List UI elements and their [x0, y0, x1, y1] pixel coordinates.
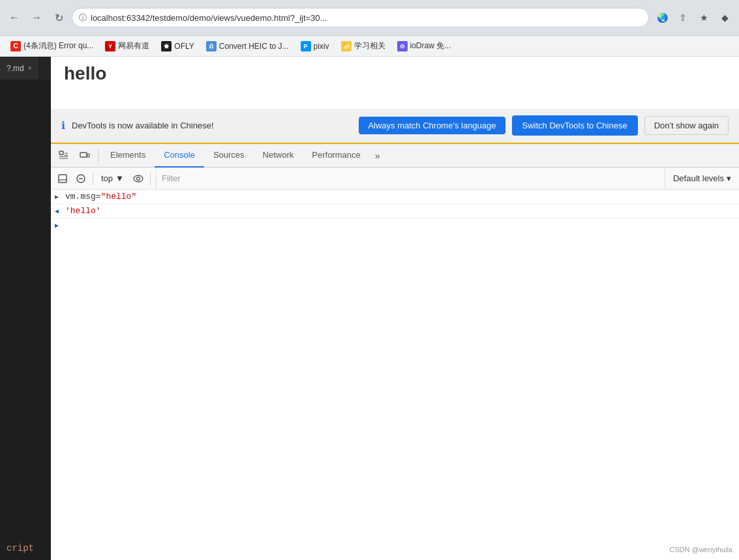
browser-chrome: ← → ↻ ⓘ localhost:63342/testdemo/demo/vi… — [0, 0, 739, 36]
svg-rect-0 — [59, 151, 63, 155]
bookmark-iodraw-label: ioDraw 免... — [410, 40, 451, 52]
switch-chinese-button[interactable]: Switch DevTools to Chinese — [512, 115, 638, 136]
tab-sources-label: Sources — [213, 150, 245, 160]
tab-sources[interactable]: Sources — [204, 144, 254, 168]
editor-bottom: cript — [0, 537, 51, 560]
editor-tab[interactable]: ?.md × — [0, 57, 39, 80]
context-arrow-icon: ▼ — [115, 173, 124, 183]
url-text: localhost:63342/testdemo/demo/views/vued… — [91, 13, 642, 23]
show-drawer-button[interactable] — [53, 169, 72, 188]
tab-performance[interactable]: Performance — [303, 144, 369, 168]
context-selector[interactable]: top ▼ — [96, 172, 129, 184]
bookmark-star-button[interactable]: ★ — [695, 8, 713, 27]
bookmark-iodraw[interactable]: ⊝ ioDraw 免... — [392, 38, 457, 53]
console-output: ▶ vm.msg="hello" ◀ 'hello' ▶ — [51, 190, 739, 560]
back-button[interactable]: ← — [5, 8, 23, 27]
filter-input[interactable] — [157, 173, 665, 183]
bookmark-convert-label: Convert HEIC to J... — [219, 42, 289, 51]
console-line-1: ▶ vm.msg="hello" — [51, 190, 739, 204]
clear-console-button[interactable] — [72, 169, 90, 188]
youdao-icon: Y — [105, 41, 115, 52]
tab-performance-label: Performance — [312, 150, 360, 160]
info-icon: ℹ — [61, 119, 65, 132]
device-toolbar-button[interactable] — [74, 144, 95, 168]
bookmarks-bar: C (4条消息) Error qu... Y 网易有道 ♚ OFLY ⎙ Con… — [0, 36, 739, 57]
devtools-tab-bar: Elements Console Sources Network Perform… — [51, 144, 739, 168]
svg-point-6 — [136, 177, 140, 180]
always-match-button[interactable]: Always match Chrome's language — [359, 117, 505, 134]
secure-icon: ⓘ — [79, 12, 87, 23]
filter-section — [156, 168, 665, 189]
eye-filter-button[interactable] — [129, 169, 147, 188]
tab-console[interactable]: Console — [155, 144, 204, 168]
console-value-1: "hello" — [101, 192, 137, 201]
bookmark-convert[interactable]: ⎙ Convert HEIC to J... — [201, 39, 294, 53]
translate-button[interactable]: 🌏 — [653, 8, 671, 27]
pixiv-icon: P — [301, 41, 311, 52]
tab-separator-1 — [98, 149, 98, 162]
tab-elements-label: Elements — [110, 150, 145, 160]
collapse-arrow-2[interactable]: ◀ — [55, 206, 65, 215]
browser-toolbar: 🌏 ⇪ ★ ◆ — [653, 8, 734, 27]
forward-button[interactable]: → — [27, 8, 46, 27]
bookmark-youdao[interactable]: Y 网易有道 — [100, 38, 155, 53]
main-area: ?.md × cript hello ℹ DevTools is now ava… — [0, 57, 739, 560]
tab-elements[interactable]: Elements — [101, 144, 155, 168]
csdn-watermark: CSDN @wenyihuila — [669, 546, 732, 553]
bookmark-csdn[interactable]: C (4条消息) Error qu... — [5, 38, 98, 53]
tab-console-label: Console — [164, 150, 195, 160]
tab-network-label: Network — [263, 150, 294, 160]
inspect-element-button[interactable] — [53, 144, 74, 168]
editor-sidebar: ?.md × cript — [0, 57, 51, 560]
ofly-icon: ♚ — [161, 41, 172, 52]
devtools-toolbar: top ▼ Default levels ▾ — [51, 168, 739, 190]
devtools-panel: Elements Console Sources Network Perform… — [51, 143, 739, 560]
svg-rect-3 — [59, 175, 67, 183]
console-output-value: 'hello' — [65, 206, 101, 216]
csdn-icon: C — [10, 41, 21, 52]
context-label: top — [101, 173, 113, 183]
editor-content — [0, 80, 51, 537]
svg-rect-1 — [80, 153, 87, 157]
svg-point-5 — [134, 175, 143, 182]
levels-dropdown[interactable]: Default levels ▾ — [668, 172, 736, 184]
iodraw-icon: ⊝ — [397, 41, 408, 52]
page-content-area: hello — [51, 57, 739, 109]
convert-icon: ⎙ — [206, 41, 217, 52]
editor-tab-close[interactable]: × — [28, 65, 32, 72]
levels-arrow-icon: ▾ — [727, 173, 731, 183]
expand-arrow-1[interactable]: ▶ — [55, 192, 65, 201]
bookmark-csdn-label: (4条消息) Error qu... — [23, 40, 93, 52]
bookmark-study[interactable]: 📁 学习相关 — [336, 38, 391, 53]
dont-show-again-button[interactable]: Don't show again — [644, 116, 729, 135]
right-panel: hello ℹ DevTools is now available in Chi… — [51, 57, 739, 560]
editor-tab-bar: ?.md × — [0, 57, 51, 80]
more-tabs-button[interactable]: » — [370, 144, 385, 168]
notification-text: DevTools is now available in Chinese! — [72, 121, 352, 130]
console-cursor-line: ▶ — [51, 218, 739, 233]
svg-rect-2 — [87, 154, 89, 157]
editor-script-text: cript — [7, 543, 34, 553]
bookmark-ofly[interactable]: ♚ OFLY — [156, 39, 199, 53]
toolbar-separator-2 — [150, 172, 151, 185]
levels-label: Default levels — [673, 173, 724, 183]
editor-tab-label: ?.md — [7, 64, 24, 73]
devtools-notification: ℹ DevTools is now available in Chinese! … — [51, 109, 739, 143]
console-code-1: vm.msg="hello" — [65, 192, 136, 201]
share-button[interactable]: ⇪ — [674, 8, 692, 27]
bookmark-study-label: 学习相关 — [354, 40, 385, 52]
tab-network[interactable]: Network — [254, 144, 303, 168]
study-icon: 📁 — [341, 41, 352, 52]
bookmark-ofly-label: OFLY — [174, 42, 194, 51]
bookmark-pixiv-label: pixiv — [314, 42, 329, 51]
watermark-text: CSDN @wenyihuila — [669, 546, 732, 553]
page-hello-text: hello — [64, 63, 106, 84]
toolbar-separator — [93, 172, 93, 185]
cursor-arrow-icon: ▶ — [55, 222, 65, 229]
console-line-2: ◀ 'hello' — [51, 204, 739, 218]
extension-button[interactable]: ◆ — [716, 8, 734, 27]
address-bar[interactable]: ⓘ localhost:63342/testdemo/demo/views/vu… — [72, 8, 649, 27]
bookmark-youdao-label: 网易有道 — [118, 40, 149, 52]
reload-button[interactable]: ↻ — [50, 8, 68, 27]
bookmark-pixiv[interactable]: P pixiv — [295, 39, 335, 53]
